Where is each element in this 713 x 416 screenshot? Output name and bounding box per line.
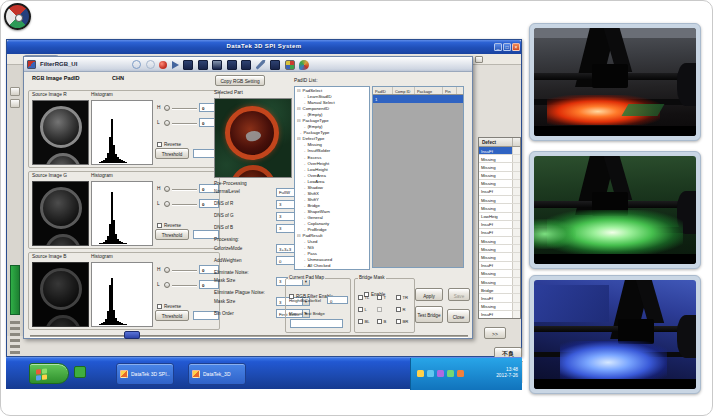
padid-tree[interactable]: ⊟PadSelect -LearnStadID -Manual Select ⊟… [294, 86, 370, 270]
bridge-mask-cell[interactable]: TL [358, 295, 377, 300]
source-image-label: Source Image R [32, 92, 67, 97]
save-button[interactable]: Save [448, 288, 470, 301]
toolbar-fragment-icon[interactable] [475, 56, 483, 63]
manual-test-bridge-field[interactable] [290, 319, 343, 328]
source-image-label: Source Image G [32, 173, 67, 178]
defect-row[interactable]: InsuFf [479, 221, 520, 229]
bridge-mask-cell[interactable]: R [396, 307, 415, 312]
bridge-mask-cell[interactable]: TR [396, 295, 415, 300]
test-bridge-button[interactable]: Test Bridge [415, 306, 443, 323]
toolbar-icon[interactable] [172, 61, 179, 69]
defect-row[interactable]: Missing [479, 270, 520, 278]
toolbar-icon[interactable] [285, 60, 295, 70]
defect-row[interactable]: Missing [479, 163, 520, 171]
bridge-mask-cell[interactable] [377, 307, 396, 312]
padid-list-label: PadID List: [294, 78, 317, 83]
toolbar-icon[interactable] [183, 60, 193, 70]
dialog-icon [27, 60, 36, 69]
more-button[interactable]: >> [484, 327, 506, 339]
selected-pad-row[interactable]: 1 [373, 95, 463, 103]
h-slider[interactable] [164, 105, 170, 111]
toolbar-icon[interactable] [159, 61, 167, 69]
defect-row[interactable]: InsuFf [479, 188, 520, 196]
taskbar-app-1[interactable]: DataTek 3D SPI... [116, 363, 174, 385]
system-tray: 13:48 2012-7-26 [410, 358, 522, 390]
defect-row[interactable]: Missing [479, 172, 520, 180]
reverse-checkbox[interactable] [157, 142, 162, 147]
toolbar-icon[interactable] [270, 60, 280, 70]
trackbar-handle[interactable] [124, 331, 140, 339]
toolbar-icon[interactable] [212, 60, 222, 70]
photo-green-illumination [529, 151, 701, 269]
threshold-button[interactable]: Threshold [155, 229, 189, 240]
quick-launch-icon[interactable] [74, 366, 86, 378]
tray-icon[interactable] [417, 370, 424, 377]
close-button[interactable]: × [512, 43, 520, 51]
threshold-button[interactable]: Threshold [155, 148, 189, 159]
maximize-button[interactable]: □ [503, 43, 511, 51]
defect-row[interactable]: Missing [479, 237, 520, 245]
h-slider[interactable] [164, 186, 170, 192]
l-slider[interactable] [164, 120, 170, 126]
rgb-image-padid-label: RGB Image PadID [32, 75, 80, 81]
toolbar-icon[interactable] [256, 60, 266, 70]
defect-row[interactable]: InsuFf [479, 229, 520, 237]
toolbar-icon[interactable] [198, 60, 208, 70]
defect-row[interactable]: InsuFf [479, 311, 520, 319]
bridge-mask-cell[interactable]: T [377, 295, 396, 300]
histogram-label: Histogram [91, 254, 113, 259]
h-slider[interactable] [164, 267, 170, 273]
defect-row[interactable]: Missing [479, 278, 520, 286]
toolbar-icon[interactable] [241, 60, 251, 70]
tray-icon[interactable] [457, 370, 464, 377]
defect-row[interactable]: Missing [479, 155, 520, 163]
threshold-button[interactable]: Threshold [155, 310, 189, 321]
tray-icon[interactable] [427, 370, 434, 377]
bridge-mask-cell[interactable]: BR [396, 319, 415, 324]
window-titlebar: DataTek 3D SPI System _ □ × [7, 40, 521, 54]
padid-list[interactable]: PadID Comp ID Package Pin 1 [372, 86, 464, 268]
defect-row[interactable]: InsuFf [479, 147, 520, 155]
defect-row[interactable]: Missing [479, 180, 520, 188]
reverse-checkbox[interactable] [157, 304, 162, 309]
defect-row[interactable]: Missing [479, 196, 520, 204]
defect-row[interactable]: LowHeig [479, 213, 520, 221]
start-button[interactable] [29, 363, 69, 384]
strip-tool-icon[interactable] [10, 99, 20, 108]
close-dialog-button[interactable]: Close [447, 309, 470, 323]
l-slider[interactable] [164, 282, 170, 288]
bridge-mask-cell[interactable]: B [377, 319, 396, 324]
defect-row[interactable]: InsuFf [479, 294, 520, 302]
strip-tool-icon[interactable] [10, 87, 20, 96]
current-pad-map-title: Current Pad Map [288, 275, 325, 280]
toolbar-icon[interactable] [132, 60, 141, 69]
bridge-mask-cell[interactable]: L [358, 307, 377, 312]
padid-list-header: PadID Comp ID Package Pin [373, 87, 463, 95]
defect-row[interactable]: InsuFf [479, 262, 520, 270]
apply-button[interactable]: Apply [415, 288, 443, 301]
tree-item[interactable]: -All Checked [296, 263, 369, 269]
defect-row[interactable]: Bridge [479, 286, 520, 294]
defect-row[interactable]: Missing [479, 303, 520, 311]
toolbar-icon[interactable] [227, 60, 237, 70]
bridge-mask-cell[interactable]: BL [358, 319, 377, 324]
height-bicolor-field[interactable]: 0 [327, 296, 348, 304]
defect-table[interactable]: Defect InsuFf Missing Missing [478, 137, 521, 319]
tray-icon[interactable] [437, 370, 444, 377]
toolbar-icon[interactable] [146, 60, 155, 69]
histogram-g [91, 181, 153, 246]
defect-table-header: Defect [479, 138, 520, 147]
defect-row[interactable]: Missing [479, 245, 520, 253]
defect-row[interactable]: Missing [479, 204, 520, 212]
l-slider[interactable] [164, 201, 170, 207]
tray-icon[interactable] [447, 370, 454, 377]
source-image-r-thumbnail [32, 100, 89, 165]
minimize-button[interactable]: _ [494, 43, 502, 51]
taskbar-app-2[interactable]: DataTek_3D [188, 363, 246, 385]
taskbar-clock: 13:48 2012-7-26 [496, 367, 518, 380]
reverse-checkbox[interactable] [157, 223, 162, 228]
copy-rgb-setting-button[interactable]: Copy RGB Setting [215, 75, 265, 86]
toolbar-icon[interactable] [299, 60, 309, 70]
defect-row[interactable]: Missing [479, 253, 520, 261]
status-green-bar [10, 265, 20, 315]
